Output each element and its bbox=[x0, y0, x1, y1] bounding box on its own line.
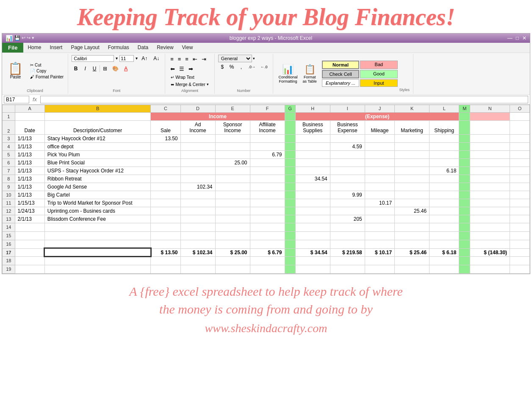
r12-j[interactable] bbox=[365, 207, 394, 215]
r15-i[interactable] bbox=[330, 231, 365, 240]
style-explanatory-box[interactable]: Explanatory ... bbox=[322, 79, 359, 87]
r8-j[interactable] bbox=[365, 175, 394, 183]
r16-f[interactable] bbox=[250, 240, 285, 248]
r7-i[interactable] bbox=[330, 167, 365, 175]
r17-h[interactable]: $ 34.54 bbox=[295, 248, 330, 256]
col-l-header[interactable]: L bbox=[429, 105, 459, 112]
r17-d[interactable]: $ 102.34 bbox=[180, 248, 215, 256]
row-2-header[interactable]: 2 bbox=[3, 120, 15, 134]
r13-o[interactable] bbox=[510, 215, 530, 223]
r9-c[interactable] bbox=[151, 183, 180, 191]
r15-c[interactable] bbox=[151, 231, 180, 240]
file-tab[interactable]: File bbox=[2, 43, 23, 53]
align-left-button[interactable]: ⬅ bbox=[169, 64, 177, 73]
r4-h[interactable] bbox=[295, 142, 330, 150]
r7-d[interactable] bbox=[180, 167, 215, 175]
row-5-header[interactable]: 5 bbox=[3, 150, 15, 158]
r7-c[interactable] bbox=[151, 167, 180, 175]
r16-c[interactable] bbox=[151, 240, 180, 248]
cut-button[interactable]: ✂ Cut bbox=[29, 62, 64, 68]
r4-a[interactable]: 1/1/13 bbox=[15, 142, 44, 150]
r4-j[interactable] bbox=[365, 142, 394, 150]
align-top-left-button[interactable]: ≡ bbox=[169, 55, 175, 64]
r19-k[interactable] bbox=[395, 265, 429, 273]
increase-decimal-button[interactable]: .0→ bbox=[246, 64, 258, 70]
r15-l[interactable] bbox=[429, 231, 459, 240]
col-e-header[interactable]: E bbox=[215, 105, 250, 112]
r15-e[interactable] bbox=[215, 231, 250, 240]
r15-k[interactable] bbox=[395, 231, 429, 240]
r18-j[interactable] bbox=[365, 256, 394, 265]
r12-b[interactable]: Uprinting.com - Busines cards bbox=[44, 207, 150, 215]
r8-c[interactable] bbox=[151, 175, 180, 183]
r10-i[interactable]: 9.99 bbox=[330, 191, 365, 199]
r4-b[interactable]: office depot bbox=[44, 142, 150, 150]
r6-k[interactable] bbox=[395, 158, 429, 167]
r18-d[interactable] bbox=[180, 256, 215, 265]
r17-j[interactable]: $ 10.17 bbox=[365, 248, 394, 256]
decrease-decimal-button[interactable]: ←.0 bbox=[258, 64, 270, 70]
r19-n[interactable] bbox=[470, 265, 510, 273]
merge-dropdown-icon[interactable]: ▾ bbox=[207, 82, 209, 86]
r2-o[interactable] bbox=[510, 120, 530, 134]
indent-increase-button[interactable]: ⇥ bbox=[200, 55, 208, 64]
row-13-header[interactable]: 13 bbox=[3, 215, 15, 223]
r13-e[interactable] bbox=[215, 215, 250, 223]
r8-k[interactable] bbox=[395, 175, 429, 183]
r2-e[interactable]: SponsorIncome bbox=[215, 120, 250, 134]
r4-d[interactable] bbox=[180, 142, 215, 150]
r11-d[interactable] bbox=[180, 199, 215, 207]
r16-l[interactable] bbox=[429, 240, 459, 248]
r6-a[interactable]: 1/1/13 bbox=[15, 158, 44, 167]
r8-h[interactable]: 34.54 bbox=[295, 175, 330, 183]
formula-input[interactable] bbox=[40, 96, 528, 103]
r18-c[interactable] bbox=[151, 256, 180, 265]
r4-e[interactable] bbox=[215, 142, 250, 150]
r17-i[interactable]: $ 219.58 bbox=[330, 248, 365, 256]
r5-c[interactable] bbox=[151, 150, 180, 158]
style-good-box[interactable]: Good bbox=[360, 70, 397, 78]
r2-f[interactable]: AffiliateIncome bbox=[250, 120, 285, 134]
r10-n[interactable] bbox=[470, 191, 510, 199]
col-m-header[interactable]: M bbox=[459, 105, 470, 112]
r15-o[interactable] bbox=[510, 231, 530, 240]
r16-k[interactable] bbox=[395, 240, 429, 248]
r19-f[interactable] bbox=[250, 265, 285, 273]
r17-f[interactable]: $ 6.79 bbox=[250, 248, 285, 256]
r2-i[interactable]: BusinessExpense bbox=[330, 120, 365, 134]
r4-n[interactable] bbox=[470, 142, 510, 150]
r5-j[interactable] bbox=[365, 150, 394, 158]
r18-o[interactable] bbox=[510, 256, 530, 265]
r1-a[interactable] bbox=[15, 112, 44, 120]
r3-b[interactable]: Stacy Haycock Order #12 bbox=[44, 134, 150, 142]
font-color-button[interactable]: A bbox=[122, 65, 130, 72]
r5-k[interactable] bbox=[395, 150, 429, 158]
r2-d[interactable]: AdIncome bbox=[180, 120, 215, 134]
font-name-selector[interactable] bbox=[72, 55, 114, 62]
r6-n[interactable] bbox=[470, 158, 510, 167]
col-b-header[interactable]: B bbox=[44, 105, 150, 112]
r2-c[interactable]: Sale bbox=[151, 120, 180, 134]
r6-o[interactable] bbox=[510, 158, 530, 167]
r3-n[interactable] bbox=[470, 134, 510, 142]
r3-f[interactable] bbox=[250, 134, 285, 142]
r5-f[interactable]: 6.79 bbox=[250, 150, 285, 158]
r19-e[interactable] bbox=[215, 265, 250, 273]
row-14-header[interactable]: 14 bbox=[3, 223, 15, 231]
r10-e[interactable] bbox=[215, 191, 250, 199]
r6-f[interactable] bbox=[250, 158, 285, 167]
r14-i[interactable] bbox=[330, 223, 365, 231]
r10-d[interactable] bbox=[180, 191, 215, 199]
r16-h[interactable] bbox=[295, 240, 330, 248]
r8-d[interactable] bbox=[180, 175, 215, 183]
menu-formulas[interactable]: Formulas bbox=[104, 43, 133, 52]
style-bad-box[interactable]: Bad bbox=[360, 61, 397, 69]
r14-f[interactable] bbox=[250, 223, 285, 231]
r16-b[interactable] bbox=[44, 240, 150, 248]
r14-j[interactable] bbox=[365, 223, 394, 231]
r14-k[interactable] bbox=[395, 223, 429, 231]
merge-center-button[interactable]: ⬌ Merge & Center ▾ bbox=[169, 81, 211, 88]
r9-e[interactable] bbox=[215, 183, 250, 191]
menu-insert[interactable]: Insert bbox=[45, 43, 66, 52]
r13-n[interactable] bbox=[470, 215, 510, 223]
